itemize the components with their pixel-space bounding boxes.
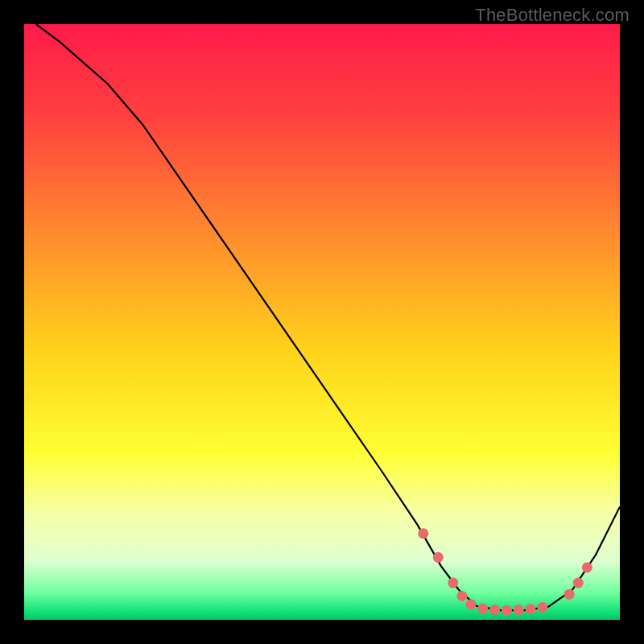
data-marker <box>502 605 512 616</box>
data-marker <box>564 589 575 600</box>
data-marker <box>489 605 500 615</box>
plot-background <box>24 24 620 620</box>
data-marker <box>448 578 458 588</box>
data-marker <box>526 604 536 614</box>
watermark-text: TheBottleneck.com <box>475 5 630 26</box>
data-marker <box>514 605 524 615</box>
data-marker <box>573 578 584 588</box>
data-marker <box>477 603 488 613</box>
chart-svg <box>0 0 644 644</box>
data-marker <box>466 599 477 609</box>
data-marker <box>456 591 467 601</box>
data-marker <box>537 602 547 613</box>
data-marker <box>433 552 444 563</box>
chart-container: TheBottleneck.com <box>0 0 644 644</box>
data-marker <box>582 562 592 572</box>
data-marker <box>418 528 428 539</box>
